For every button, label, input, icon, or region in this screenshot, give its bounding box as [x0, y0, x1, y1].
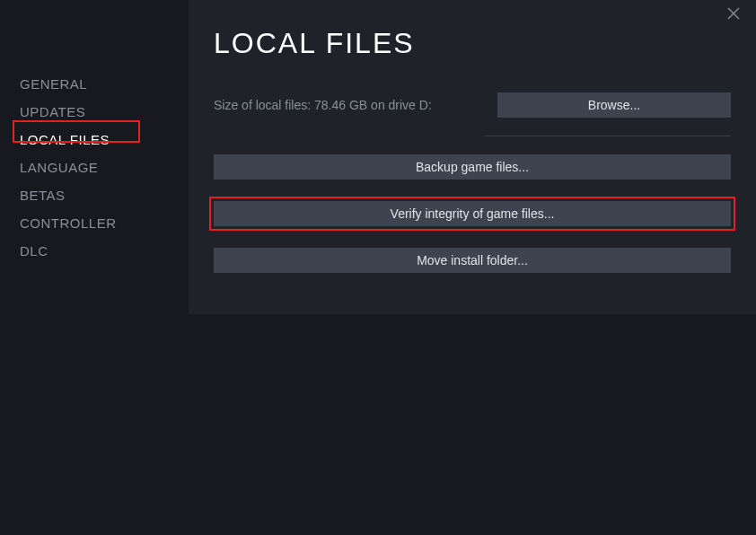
- verify-wrap: Verify integrity of game files...: [214, 201, 731, 226]
- browse-button[interactable]: Browse...: [497, 92, 731, 118]
- action-buttons: Backup game files... Verify integrity of…: [189, 136, 756, 273]
- sidebar-item-controller[interactable]: CONTROLLER: [0, 209, 189, 237]
- sidebar-item-updates[interactable]: UPDATES: [0, 98, 189, 126]
- sidebar: GENERAL UPDATES LOCAL FILES LANGUAGE BET…: [0, 0, 189, 535]
- sidebar-item-dlc[interactable]: DLC: [0, 237, 189, 265]
- close-icon[interactable]: [727, 7, 740, 20]
- sidebar-item-general[interactable]: GENERAL: [0, 70, 189, 98]
- sidebar-item-local-files[interactable]: LOCAL FILES: [0, 126, 189, 153]
- sidebar-item-language[interactable]: LANGUAGE: [0, 153, 189, 181]
- verify-button[interactable]: Verify integrity of game files...: [214, 201, 731, 226]
- size-text: Size of local files: 78.46 GB on drive D…: [214, 98, 497, 112]
- move-button[interactable]: Move install folder...: [214, 248, 731, 273]
- size-row: Size of local files: 78.46 GB on drive D…: [189, 60, 756, 118]
- sidebar-item-betas[interactable]: BETAS: [0, 181, 189, 209]
- page-title: LOCAL FILES: [189, 0, 756, 60]
- content-panel: LOCAL FILES Size of local files: 78.46 G…: [189, 0, 756, 314]
- backup-button[interactable]: Backup game files...: [214, 154, 731, 180]
